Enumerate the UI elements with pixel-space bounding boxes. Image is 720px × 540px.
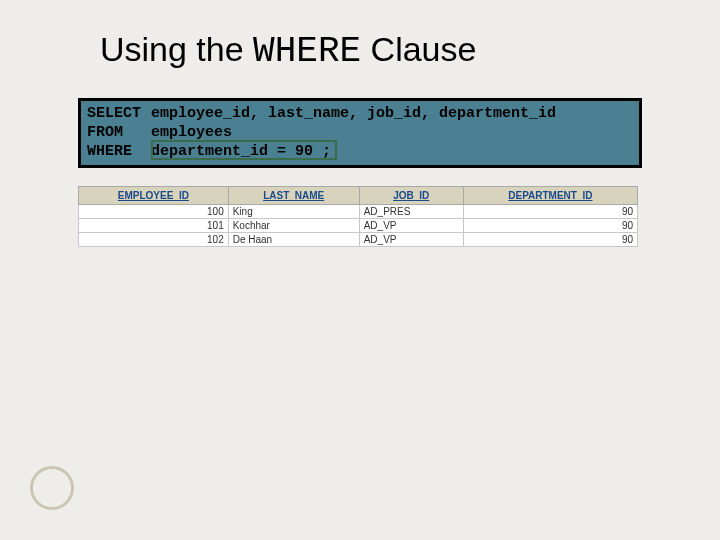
col-employee-id: EMPLOYEE_ID (79, 187, 229, 205)
cell-employee-id: 101 (79, 219, 229, 233)
table-row: 102 De Haan AD_VP 90 (79, 233, 638, 247)
title-post: Clause (361, 30, 476, 68)
page-title: Using the WHERE Clause (100, 30, 670, 72)
cell-department-id: 90 (463, 219, 637, 233)
table-row: 100 King AD_PRES 90 (79, 205, 638, 219)
cell-department-id: 90 (463, 233, 637, 247)
cell-last-name: Kochhar (228, 219, 359, 233)
result-table: EMPLOYEE_ID LAST_NAME JOB_ID DEPARTMENT_… (78, 186, 638, 247)
cell-job-id: AD_PRES (359, 205, 463, 219)
code-line-1-rest: employee_id, last_name, job_id, departme… (151, 105, 556, 122)
code-line-3-rest: department_id = 90 ; (151, 143, 331, 160)
cell-job-id: AD_VP (359, 233, 463, 247)
slide: Using the WHERE Clause SELECTemployee_id… (0, 0, 720, 540)
cell-last-name: De Haan (228, 233, 359, 247)
title-pre: Using the (100, 30, 253, 68)
code-line-1: SELECTemployee_id, last_name, job_id, de… (87, 105, 633, 124)
title-mono: WHERE (253, 31, 361, 72)
cell-last-name: King (228, 205, 359, 219)
kw-from: FROM (87, 124, 151, 143)
kw-select: SELECT (87, 105, 151, 124)
code-line-3: WHEREdepartment_id = 90 ; (87, 143, 633, 162)
table-header-row: EMPLOYEE_ID LAST_NAME JOB_ID DEPARTMENT_… (79, 187, 638, 205)
result-table-wrap: EMPLOYEE_ID LAST_NAME JOB_ID DEPARTMENT_… (78, 186, 642, 247)
table-row: 101 Kochhar AD_VP 90 (79, 219, 638, 233)
sql-code-block: SELECTemployee_id, last_name, job_id, de… (78, 98, 642, 168)
col-job-id: JOB_ID (359, 187, 463, 205)
cell-employee-id: 102 (79, 233, 229, 247)
col-last-name: LAST_NAME (228, 187, 359, 205)
kw-where: WHERE (87, 143, 151, 162)
code-line-2: FROMemployees (87, 124, 633, 143)
cell-job-id: AD_VP (359, 219, 463, 233)
decorative-circle-icon (30, 466, 74, 510)
code-line-2-rest: employees (151, 124, 232, 141)
cell-employee-id: 100 (79, 205, 229, 219)
col-department-id: DEPARTMENT_ID (463, 187, 637, 205)
cell-department-id: 90 (463, 205, 637, 219)
